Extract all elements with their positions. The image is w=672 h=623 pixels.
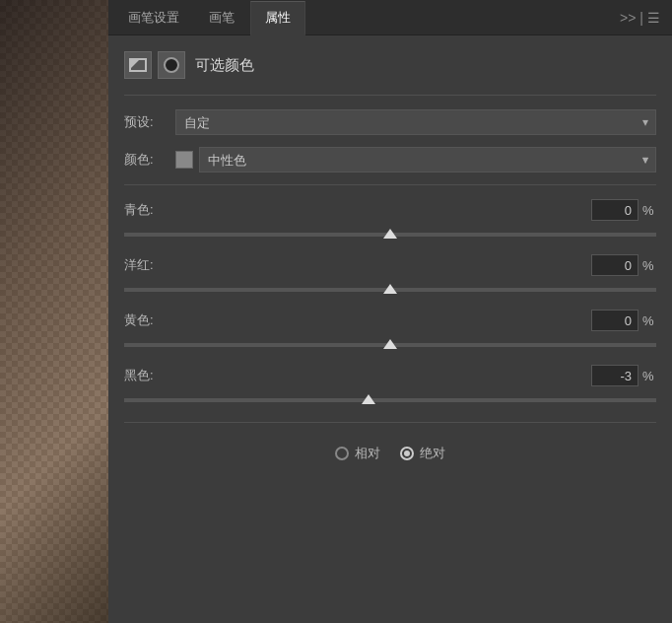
yellow-input-wrap: % [591, 310, 656, 331]
slider-header-black: 黑色: % [124, 365, 656, 386]
mask-icon [129, 58, 147, 72]
black-label: 黑色: [124, 367, 175, 384]
color-row: 颜色: 中性色 ▾ [124, 147, 656, 173]
tab-toolbar-icons: >> | ☰ [614, 0, 666, 35]
panel-content: 可选颜色 预设: 自定 颜色: 中性色 ▾ [108, 35, 672, 478]
tab-bar: 画笔设置 画笔 属性 >> | ☰ [108, 0, 672, 35]
cyan-unit: % [642, 203, 656, 218]
divider-1 [124, 95, 656, 96]
radio-circle-relative [335, 447, 349, 460]
cyan-track-wrap[interactable] [124, 225, 656, 244]
section-header: 可选颜色 [124, 47, 656, 83]
tab-brush-settings[interactable]: 画笔设置 [114, 1, 193, 35]
radio-circle-absolute [400, 447, 414, 460]
preset-row: 预设: 自定 [124, 109, 656, 135]
magenta-track [124, 288, 656, 292]
black-value[interactable] [591, 365, 638, 386]
color-swatch [175, 151, 193, 169]
slider-row-black: 黑色: % [124, 365, 656, 410]
circle-icon [164, 57, 179, 73]
black-track-wrap[interactable] [124, 390, 656, 410]
black-track [124, 398, 656, 402]
preset-select[interactable]: 自定 [175, 109, 656, 135]
image-area [0, 0, 108, 623]
radio-label-absolute: 绝对 [420, 445, 445, 462]
cyan-input-wrap: % [591, 199, 656, 221]
circle-icon-button[interactable] [158, 51, 185, 79]
color-label: 颜色: [124, 151, 168, 169]
preset-label: 预设: [124, 113, 168, 131]
preset-select-wrapper: 自定 [175, 109, 656, 135]
cyan-label: 青色: [124, 201, 175, 219]
magenta-thumb[interactable] [383, 284, 397, 294]
mask-icon-button[interactable] [124, 51, 152, 79]
cyan-track [124, 233, 656, 237]
slider-header-yellow: 黄色: % [124, 310, 656, 331]
yellow-track-wrap[interactable] [124, 335, 656, 355]
section-title: 可选颜色 [195, 56, 254, 75]
slider-header-cyan: 青色: % [124, 199, 656, 221]
slider-header-magenta: 洋红: % [124, 254, 656, 276]
black-thumb[interactable] [362, 394, 375, 404]
radio-row: 相对 绝对 [124, 437, 656, 466]
slider-section: 青色: % 洋红: [124, 199, 656, 410]
cyan-thumb[interactable] [383, 229, 397, 239]
tab-brush[interactable]: 画笔 [195, 1, 248, 35]
color-select-wrapper: 中性色 ▾ [175, 147, 656, 173]
slider-row-yellow: 黄色: % [124, 310, 656, 355]
slider-row-cyan: 青色: % [124, 199, 656, 244]
tab-properties[interactable]: 属性 [250, 1, 305, 35]
magenta-label: 洋红: [124, 256, 175, 274]
magenta-input-wrap: % [591, 254, 656, 276]
header-icons [124, 51, 185, 79]
separator-icon: | [639, 10, 643, 26]
divider-3 [124, 422, 656, 423]
slider-row-magenta: 洋红: % [124, 254, 656, 300]
menu-icon[interactable]: ☰ [647, 10, 660, 26]
magenta-value[interactable] [591, 254, 638, 276]
color-select[interactable]: 中性色 [199, 147, 656, 173]
yellow-label: 黄色: [124, 312, 175, 329]
image-overlay [0, 0, 108, 623]
divider-2 [124, 184, 656, 185]
cyan-value[interactable] [591, 199, 638, 221]
black-unit: % [642, 369, 656, 383]
magenta-track-wrap[interactable] [124, 280, 656, 300]
magenta-unit: % [642, 258, 656, 273]
black-input-wrap: % [591, 365, 656, 386]
radio-item-absolute[interactable]: 绝对 [400, 445, 445, 462]
yellow-track [124, 343, 656, 347]
main-panel: 画笔设置 画笔 属性 >> | ☰ 可选颜色 [108, 0, 672, 623]
radio-label-relative: 相对 [355, 445, 380, 462]
yellow-unit: % [642, 313, 656, 328]
yellow-thumb[interactable] [383, 339, 397, 349]
radio-item-relative[interactable]: 相对 [335, 445, 380, 462]
expand-icon[interactable]: >> [620, 10, 636, 26]
yellow-value[interactable] [591, 310, 638, 331]
